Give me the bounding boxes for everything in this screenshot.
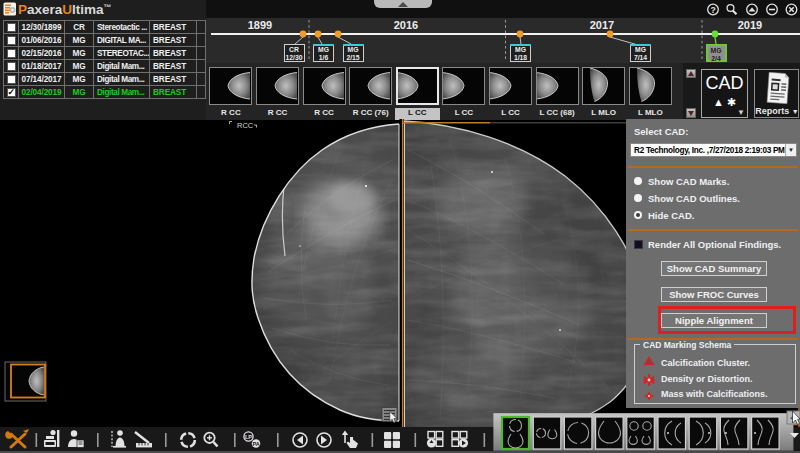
svg-text:2019: 2019 <box>738 19 762 31</box>
svg-text:PA: PA <box>252 441 259 447</box>
svg-text:RCC: RCC <box>237 121 254 130</box>
svg-text:2016: 2016 <box>394 19 418 31</box>
svg-text:2017: 2017 <box>590 19 614 31</box>
svg-text:1899: 1899 <box>248 19 272 31</box>
svg-text:LP: LP <box>245 434 252 440</box>
